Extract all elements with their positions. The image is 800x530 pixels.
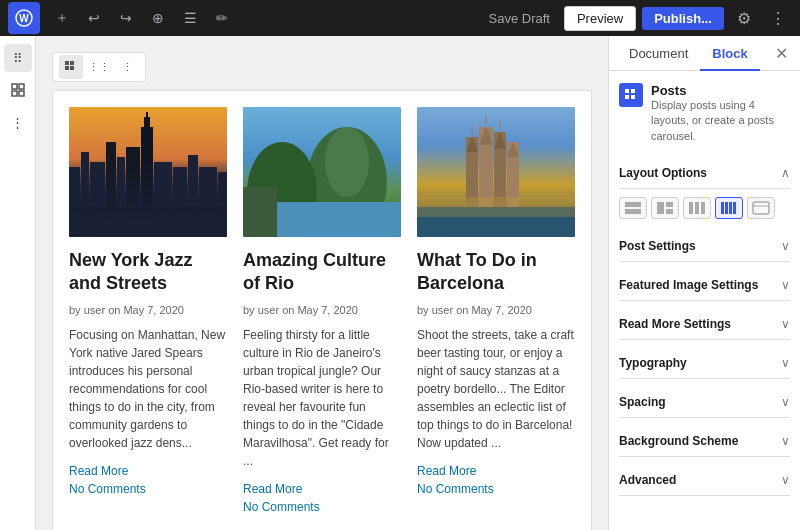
block-drag-button[interactable]: ⋮⋮: [87, 55, 111, 79]
svg-rect-50: [625, 202, 641, 207]
sections-container: Post Settings ∨ Featured Image Settings …: [619, 231, 790, 496]
undo-button[interactable]: ↩: [80, 4, 108, 32]
top-bar-right: Save Draft Preview Publish... ⚙ ⋮: [481, 4, 792, 32]
barcelona-image: [417, 107, 575, 237]
post-read-more-1[interactable]: Read More: [69, 464, 227, 478]
top-bar: W ＋ ↩ ↪ ⊕ ☰ ✏ Save Draft Preview Publish…: [0, 0, 800, 36]
section-header-2[interactable]: Read More Settings ∨: [619, 309, 790, 340]
svg-rect-22: [188, 155, 198, 237]
posts-block: New York Jazz and Streets by user on May…: [52, 90, 592, 530]
section-title-6: Advanced: [619, 473, 676, 487]
sidebar-block-button[interactable]: [4, 76, 32, 104]
sidebar-drag-button[interactable]: ⠿: [4, 44, 32, 72]
section-header-4[interactable]: Spacing ∨: [619, 387, 790, 418]
layout-grid: [619, 197, 790, 219]
section-title-2: Read More Settings: [619, 317, 731, 331]
svg-rect-54: [666, 209, 673, 214]
layout-option-2[interactable]: [651, 197, 679, 219]
add-block-button[interactable]: ＋: [48, 4, 76, 32]
section-header-1[interactable]: Featured Image Settings ∨: [619, 270, 790, 301]
svg-rect-2: [12, 84, 17, 89]
svg-rect-8: [65, 66, 69, 70]
save-draft-button[interactable]: Save Draft: [481, 7, 558, 30]
post-title-3: What To Do in Barcelona: [417, 249, 575, 296]
layout-option-5[interactable]: [747, 197, 775, 219]
svg-rect-6: [65, 61, 69, 65]
more-options-button[interactable]: ⋮: [764, 4, 792, 32]
publish-button[interactable]: Publish...: [642, 7, 724, 30]
right-panel: Document Block ✕ Posts Display posts: [608, 36, 800, 530]
tab-document[interactable]: Document: [617, 36, 700, 71]
post-image-1: [69, 107, 227, 237]
widget-desc: Display posts using 4 layouts, or create…: [651, 98, 790, 144]
section-title-1: Featured Image Settings: [619, 278, 758, 292]
svg-point-28: [325, 127, 369, 197]
preview-button[interactable]: Preview: [564, 6, 636, 31]
panel-close-button[interactable]: ✕: [771, 40, 792, 67]
layout-option-1[interactable]: [619, 197, 647, 219]
svg-rect-9: [70, 66, 74, 70]
rio-image: [243, 107, 401, 237]
svg-rect-23: [199, 167, 217, 237]
svg-rect-52: [657, 202, 664, 214]
posts-widget-text: Posts Display posts using 4 layouts, or …: [651, 83, 790, 144]
section-chevron-2: ∨: [781, 317, 790, 331]
sidebar-more-button[interactable]: ⋮: [4, 108, 32, 136]
wp-logo: W: [8, 2, 40, 34]
block-type-button[interactable]: [59, 55, 83, 79]
settings-button[interactable]: ⚙: [730, 4, 758, 32]
main-layout: ⠿ ⋮ ⋮⋮ ⋮: [0, 36, 800, 530]
post-read-more-2[interactable]: Read More: [243, 482, 401, 496]
svg-rect-17: [141, 127, 153, 237]
svg-rect-5: [19, 91, 24, 96]
section-chevron-6: ∨: [781, 473, 790, 487]
layout-option-3[interactable]: [683, 197, 711, 219]
svg-rect-53: [666, 202, 673, 207]
tools-button[interactable]: ✏: [208, 4, 236, 32]
post-no-comments-2[interactable]: No Comments: [243, 500, 401, 514]
svg-rect-7: [70, 61, 74, 65]
layout-options-header[interactable]: Layout Options ∧: [619, 158, 790, 189]
section-chevron-0: ∨: [781, 239, 790, 253]
svg-rect-13: [90, 162, 105, 237]
section-chevron-1: ∨: [781, 278, 790, 292]
posts-widget-icon: [619, 83, 643, 107]
redo-button[interactable]: ↪: [112, 4, 140, 32]
svg-rect-47: [631, 89, 635, 93]
post-meta-1: by user on May 7, 2020: [69, 304, 227, 316]
layout-options: [619, 197, 790, 219]
panel-tabs: Document Block ✕: [609, 36, 800, 71]
svg-rect-31: [243, 187, 277, 237]
svg-rect-16: [126, 147, 140, 237]
svg-rect-21: [173, 167, 187, 237]
section-header-6[interactable]: Advanced ∨: [619, 465, 790, 496]
section-header-0[interactable]: Post Settings ∨: [619, 231, 790, 262]
tab-block[interactable]: Block: [700, 36, 759, 71]
list-view-button[interactable]: ☰: [176, 4, 204, 32]
layout-options-title: Layout Options: [619, 166, 707, 180]
section-title-4: Spacing: [619, 395, 666, 409]
svg-rect-46: [625, 89, 629, 93]
svg-rect-14: [106, 142, 116, 237]
svg-rect-3: [19, 84, 24, 89]
block-more-button[interactable]: ⋮: [115, 55, 139, 79]
svg-rect-24: [218, 172, 227, 237]
block-toolbar: ⋮⋮ ⋮: [52, 52, 146, 82]
ny-image: [69, 107, 227, 237]
info-button[interactable]: ⊕: [144, 4, 172, 32]
section-header-5[interactable]: Background Scheme ∨: [619, 426, 790, 457]
post-no-comments-3[interactable]: No Comments: [417, 482, 575, 496]
post-read-more-3[interactable]: Read More: [417, 464, 575, 478]
post-card-3: What To Do in Barcelona by user on May 7…: [417, 107, 575, 514]
svg-rect-11: [69, 167, 80, 237]
layout-option-4[interactable]: [715, 197, 743, 219]
layout-options-chevron: ∧: [781, 166, 790, 180]
section-header-3[interactable]: Typography ∨: [619, 348, 790, 379]
panel-body: Posts Display posts using 4 layouts, or …: [609, 71, 800, 530]
post-title-1: New York Jazz and Streets: [69, 249, 227, 296]
svg-rect-20: [154, 162, 172, 237]
post-card-2: Amazing Culture of Rio by user on May 7,…: [243, 107, 401, 514]
svg-rect-55: [689, 202, 693, 214]
section-chevron-3: ∨: [781, 356, 790, 370]
post-no-comments-1[interactable]: No Comments: [69, 482, 227, 496]
